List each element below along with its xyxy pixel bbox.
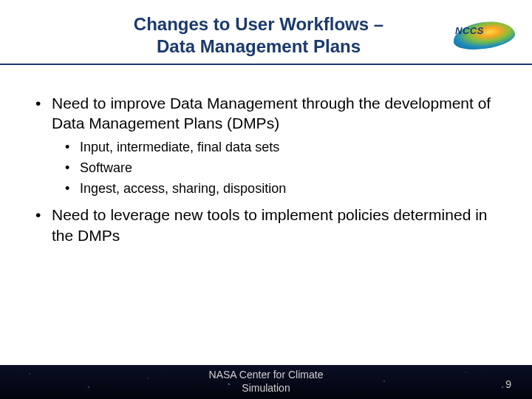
footer-org: NASA Center for ClimateSimulation xyxy=(0,368,532,395)
slide-header: Changes to User Workflows – Data Managem… xyxy=(0,0,532,64)
main-bullet-list: Need to improve Data Management through … xyxy=(31,93,501,245)
title-line-2: Data Management Plans xyxy=(157,36,361,56)
slide-title: Changes to User Workflows – Data Managem… xyxy=(15,13,451,58)
bullet-main-1-text: Need to improve Data Management through … xyxy=(52,95,491,132)
bullet-main-2: Need to leverage new tools to implement … xyxy=(31,205,501,245)
slide-content: Need to improve Data Management through … xyxy=(0,65,532,245)
bullet-sub-1: Input, intermediate, final data sets xyxy=(59,138,501,156)
bullet-main-1: Need to improve Data Management through … xyxy=(31,93,501,197)
logo-text: NCCS xyxy=(455,25,484,36)
page-number: 9 xyxy=(505,378,511,390)
bullet-sub-3: Ingest, access, sharing, disposition xyxy=(59,180,501,197)
title-line-1: Changes to User Workflows – xyxy=(134,14,383,34)
slide-footer: NASA Center for ClimateSimulation 9 xyxy=(0,365,532,399)
bullet-sub-2: Software xyxy=(59,159,501,177)
nccs-logo: NCCS xyxy=(451,18,517,53)
sub-bullet-list: Input, intermediate, final data sets Sof… xyxy=(52,138,501,198)
